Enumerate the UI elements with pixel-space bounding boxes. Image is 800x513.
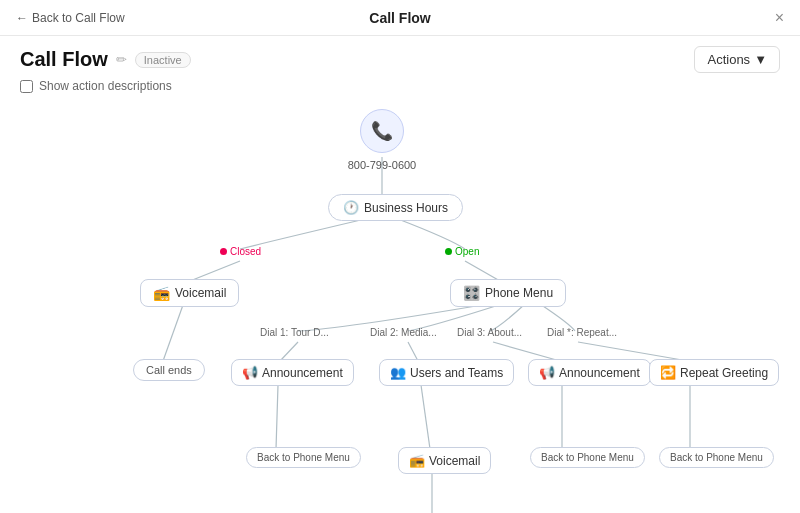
actions-button[interactable]: Actions ▼ — [694, 46, 780, 73]
voicemail-icon: 📻 — [153, 285, 170, 301]
clock-icon: 🕐 — [343, 200, 359, 215]
call-ends-node-1: Call ends — [133, 359, 205, 381]
repeat-greeting-node[interactable]: 🔁 Repeat Greeting — [649, 359, 779, 386]
show-descriptions-checkbox[interactable] — [20, 80, 33, 93]
closed-label: Closed — [220, 246, 261, 257]
announcement-2-icon: 📢 — [539, 365, 555, 380]
dial-2-label: Dial 2: Media... — [370, 327, 437, 338]
actions-chevron-icon: ▼ — [754, 52, 767, 67]
flow-canvas: 📞 800-799-0600 🕐 Business Hours Closed O… — [0, 99, 800, 513]
back-phone-menu-node-3: Back to Phone Menu — [659, 447, 774, 468]
edit-icon[interactable]: ✏ — [116, 52, 127, 67]
announcement-node-2[interactable]: 📢 Announcement — [528, 359, 651, 386]
header: ← Back to Call Flow Call Flow × — [0, 0, 800, 36]
business-hours-node[interactable]: 🕐 Business Hours — [328, 194, 463, 221]
page-title: Call Flow — [20, 48, 108, 71]
svg-line-3 — [163, 305, 183, 361]
open-label: Open — [445, 246, 479, 257]
announcement-node-1[interactable]: 📢 Announcement — [231, 359, 354, 386]
inactive-badge: Inactive — [135, 52, 191, 68]
phone-number-label: 800-799-0600 — [340, 159, 424, 171]
repeat-greeting-icon: 🔁 — [660, 365, 676, 380]
sub-header: Call Flow ✏ Inactive Actions ▼ — [0, 36, 800, 77]
close-button[interactable]: × — [775, 9, 784, 27]
phone-icon: 📞 — [371, 120, 393, 142]
back-link[interactable]: ← Back to Call Flow — [16, 11, 125, 25]
phone-node[interactable]: 📞 — [360, 109, 404, 153]
voicemail-node-2[interactable]: 📻 Voicemail — [398, 447, 491, 474]
open-dot — [445, 248, 452, 255]
voicemail-node[interactable]: 📻 Voicemail — [140, 279, 239, 307]
svg-line-2 — [465, 261, 500, 281]
announcement-1-icon: 📢 — [242, 365, 258, 380]
phone-menu-node[interactable]: 🎛️ Phone Menu — [450, 279, 566, 307]
back-arrow-icon: ← — [16, 11, 28, 25]
back-phone-menu-node-2: Back to Phone Menu — [530, 447, 645, 468]
users-teams-node[interactable]: 👥 Users and Teams — [379, 359, 514, 386]
svg-line-8 — [276, 385, 278, 449]
actions-label: Actions — [707, 52, 750, 67]
phone-menu-icon: 🎛️ — [463, 285, 480, 301]
back-label: Back to Call Flow — [32, 11, 125, 25]
voicemail-2-icon: 📻 — [409, 453, 425, 468]
dial-4-label: Dial *: Repeat... — [547, 327, 617, 338]
back-phone-menu-node-1: Back to Phone Menu — [246, 447, 361, 468]
show-descriptions-row: Show action descriptions — [0, 77, 800, 99]
dial-3-label: Dial 3: About... — [457, 327, 522, 338]
svg-line-1 — [190, 261, 240, 281]
svg-line-9 — [421, 385, 430, 449]
users-teams-icon: 👥 — [390, 365, 406, 380]
dial-1-label: Dial 1: Tour D... — [260, 327, 329, 338]
header-title: Call Flow — [369, 10, 430, 26]
show-descriptions-label[interactable]: Show action descriptions — [39, 79, 172, 93]
closed-dot — [220, 248, 227, 255]
title-area: Call Flow ✏ Inactive — [20, 48, 191, 71]
